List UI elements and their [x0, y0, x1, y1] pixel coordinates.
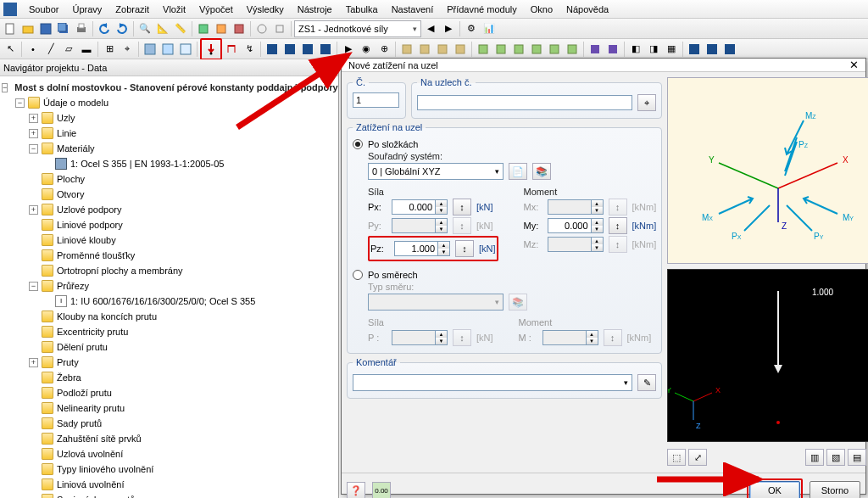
- tb2-arrow[interactable]: ↖: [2, 41, 19, 58]
- tb2-s2[interactable]: ⊕: [376, 41, 392, 58]
- tb2-z2[interactable]: [704, 41, 721, 58]
- tb2-c4[interactable]: [452, 41, 469, 58]
- tb2-c2[interactable]: [416, 41, 433, 58]
- tb2-g1[interactable]: [475, 41, 492, 58]
- tb-e[interactable]: [213, 20, 230, 37]
- tb2-y3[interactable]: ▦: [663, 41, 680, 58]
- pick-nodes-button[interactable]: ⌖: [637, 94, 656, 111]
- coord-system-select[interactable]: 0 | Globální XYZ: [368, 163, 504, 180]
- tb2-load3[interactable]: ↯: [241, 41, 258, 58]
- tb2-z1[interactable]: [686, 41, 703, 58]
- nav-pin-icon[interactable]: 📌: [314, 63, 325, 72]
- new-nodal-load-button[interactable]: [203, 41, 220, 58]
- tb-d[interactable]: [195, 20, 212, 37]
- tb2-load2[interactable]: [223, 41, 240, 58]
- tb-i[interactable]: ⚙: [463, 20, 480, 37]
- tb2-g2[interactable]: [492, 41, 509, 58]
- preview-3d[interactable]: 1.000 X Y Z: [667, 269, 868, 442]
- view-c-button[interactable]: ▤: [848, 449, 866, 466]
- tb-j[interactable]: 📊: [481, 20, 498, 37]
- tb2-v2[interactable]: [159, 41, 176, 58]
- tb2-g3[interactable]: [510, 41, 527, 58]
- menu-okno[interactable]: Okno: [524, 3, 559, 16]
- nodes-input[interactable]: [417, 95, 632, 110]
- tb2-c3[interactable]: [434, 41, 451, 58]
- menu-nastaveni[interactable]: Nastavení: [385, 3, 441, 16]
- tb-saveall[interactable]: [55, 20, 72, 37]
- radio-by-components[interactable]: [353, 139, 363, 149]
- menu-vysledky[interactable]: Výsledky: [240, 3, 291, 16]
- tb-redo[interactable]: [114, 20, 131, 37]
- tb-b[interactable]: 📐: [154, 20, 171, 37]
- tb2-line[interactable]: ╱: [42, 41, 59, 58]
- comment-edit-button[interactable]: ✎: [637, 374, 656, 391]
- my-input[interactable]: ▲▼: [548, 218, 604, 233]
- tb2-calc[interactable]: ▶: [340, 41, 357, 58]
- tb2-s1[interactable]: ◉: [358, 41, 375, 58]
- tb2-x2[interactable]: [604, 41, 621, 58]
- view-fit-button[interactable]: ⤢: [688, 449, 707, 466]
- px-input[interactable]: ▲▼: [392, 199, 448, 215]
- help-button[interactable]: ❓: [347, 482, 365, 498]
- tb2-node[interactable]: •: [25, 41, 42, 58]
- tb2-snap[interactable]: ⌖: [119, 41, 136, 58]
- nav-close-icon[interactable]: ✕: [328, 63, 335, 72]
- tb2-v3[interactable]: [177, 41, 194, 58]
- tb-open[interactable]: [19, 20, 36, 37]
- number-input[interactable]: [353, 92, 399, 108]
- pz-flip[interactable]: ↕: [455, 240, 474, 257]
- menu-upravy[interactable]: Úpravy: [65, 3, 108, 16]
- pz-input[interactable]: ▲▼: [394, 241, 450, 256]
- tb-save[interactable]: [37, 20, 54, 37]
- loadcase-combo[interactable]: ZS1 - Jednotkové síly: [294, 20, 421, 37]
- view-b-button[interactable]: ▧: [826, 449, 845, 466]
- menu-soubor[interactable]: Soubor: [22, 3, 65, 16]
- tb2-member[interactable]: ▬: [78, 41, 95, 58]
- tb2-y2[interactable]: ◨: [645, 41, 662, 58]
- coord-lib-button[interactable]: 📚: [532, 163, 551, 180]
- tb2-surf[interactable]: ▱: [60, 41, 77, 58]
- view-a-button[interactable]: ▥: [805, 449, 824, 466]
- tb2-x1[interactable]: [587, 41, 604, 58]
- tb2-g4[interactable]: [528, 41, 545, 58]
- radio-by-directions[interactable]: [353, 270, 363, 280]
- menu-vypocet[interactable]: Výpočet: [192, 3, 240, 16]
- view-iso-button[interactable]: ⬚: [667, 449, 686, 466]
- menu-moduly[interactable]: Přídavné moduly: [440, 3, 524, 16]
- tb-g[interactable]: [253, 20, 270, 37]
- tb-h[interactable]: [271, 20, 288, 37]
- tb2-grid[interactable]: ⊞: [101, 41, 118, 58]
- units-button[interactable]: 0.00: [372, 482, 391, 498]
- tb2-v1[interactable]: [142, 41, 159, 58]
- tb2-r2[interactable]: [281, 41, 298, 58]
- tb-lc-next[interactable]: ▶: [440, 20, 457, 37]
- menu-vlozit[interactable]: Vložit: [156, 3, 192, 16]
- menu-napoveda[interactable]: Nápověda: [559, 3, 615, 16]
- cancel-button[interactable]: Storno: [810, 481, 860, 498]
- tb-c[interactable]: 📏: [172, 20, 189, 37]
- tb2-r1[interactable]: [264, 41, 281, 58]
- dialog-titlebar[interactable]: Nové zatížení na uzel ✕: [342, 59, 865, 72]
- menu-nastroje[interactable]: Nástroje: [291, 3, 339, 16]
- tb-new[interactable]: [2, 20, 19, 37]
- ok-button[interactable]: OK: [749, 481, 800, 498]
- coord-new-button[interactable]: 📄: [509, 163, 527, 180]
- menu-zobrazit[interactable]: Zobrazit: [108, 3, 156, 16]
- tb2-z3[interactable]: [721, 41, 738, 58]
- tb2-g6[interactable]: [564, 41, 581, 58]
- tb-a[interactable]: 🔍: [136, 20, 153, 37]
- tb-f[interactable]: [231, 20, 248, 37]
- close-icon[interactable]: ✕: [849, 59, 859, 71]
- tb2-r4[interactable]: [317, 41, 334, 58]
- tb-lc-prev[interactable]: ◀: [422, 20, 439, 37]
- tb-undo[interactable]: [96, 20, 113, 37]
- tb2-r3[interactable]: [299, 41, 316, 58]
- tb2-y1[interactable]: ◧: [627, 41, 644, 58]
- tree[interactable]: −Most s dolní mostovkou - Stanovení péro…: [0, 76, 338, 498]
- px-flip[interactable]: ↕: [453, 199, 471, 215]
- comment-combo[interactable]: [353, 374, 632, 391]
- tb2-c1[interactable]: [398, 41, 415, 58]
- tb-print[interactable]: [73, 20, 90, 37]
- tb2-g5[interactable]: [546, 41, 563, 58]
- menu-tabulka[interactable]: Tabulka: [339, 3, 385, 16]
